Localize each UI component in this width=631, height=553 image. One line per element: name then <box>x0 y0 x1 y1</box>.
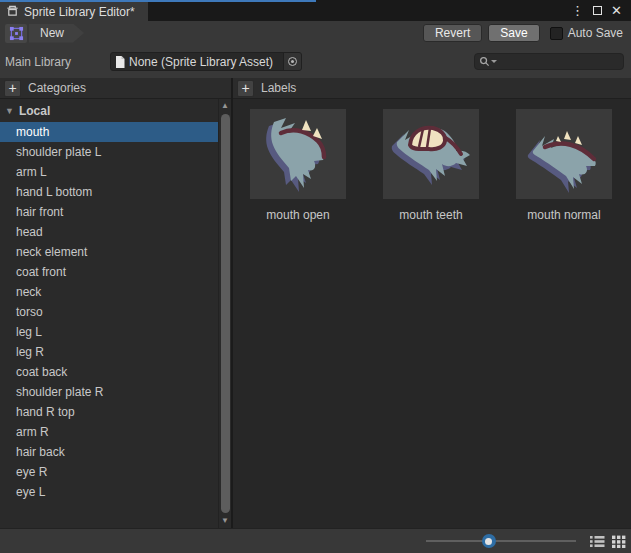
close-icon[interactable]: ✕ <box>611 4 622 17</box>
main-library-row: Main Library None (Sprite Library Asset) <box>0 45 631 78</box>
category-item-coat-back[interactable]: coat back <box>0 362 218 382</box>
categories-body: ▼ Local mouthshoulder plate Larm Lhand L… <box>0 99 231 528</box>
labels-header: + Labels <box>233 78 631 99</box>
categories-scrollbar[interactable]: ▲ ▼ <box>218 99 231 528</box>
sprite-library-editor-window: Sprite Library Editor* ⋮ ✕ New Revert <box>0 0 631 553</box>
label-item-mouth-open[interactable]: mouth open <box>250 109 346 222</box>
category-item-shoulder-plate-L[interactable]: shoulder plate L <box>0 142 218 162</box>
category-item-hand-L-bottom[interactable]: hand L bottom <box>0 182 218 202</box>
save-button-label: Save <box>500 26 527 40</box>
search-icon <box>479 56 490 67</box>
scroll-up-icon[interactable]: ▲ <box>221 101 229 111</box>
toolbar-actions: Revert Save Auto Save <box>417 24 626 42</box>
labels-panel: + Labels mouth openmouth teethmouth norm… <box>233 78 631 528</box>
sprite-thumbnail-normal[interactable] <box>516 109 612 199</box>
category-item-torso[interactable]: torso <box>0 302 218 322</box>
category-item-coat-front[interactable]: coat front <box>0 262 218 282</box>
tab-sprite-library-editor[interactable]: Sprite Library Editor* <box>0 0 148 21</box>
search-field[interactable] <box>474 53 624 70</box>
list-view-icon[interactable] <box>590 535 605 548</box>
label-item-mouth-teeth[interactable]: mouth teeth <box>383 109 479 222</box>
category-item-mouth[interactable]: mouth <box>0 122 218 142</box>
categories-header: + Categories <box>0 78 231 99</box>
window-controls: ⋮ ✕ <box>571 0 631 21</box>
categories-panel: + Categories ▼ Local mouthshoulder plate… <box>0 78 233 528</box>
category-item-head[interactable]: head <box>0 222 218 242</box>
view-mode-buttons <box>590 535 626 548</box>
category-item-eye-R[interactable]: eye R <box>0 462 218 482</box>
revert-button[interactable]: Revert <box>423 24 482 42</box>
labels-title: Labels <box>261 81 296 95</box>
add-category-button[interactable]: + <box>4 80 21 97</box>
categories-title: Categories <box>28 81 86 95</box>
main-content: + Categories ▼ Local mouthshoulder plate… <box>0 78 631 528</box>
scrollbar-thumb[interactable] <box>221 114 230 513</box>
tab-bar: Sprite Library Editor* ⋮ ✕ <box>0 0 631 21</box>
search-input[interactable] <box>497 54 619 70</box>
auto-save-checkbox[interactable] <box>550 27 563 40</box>
category-item-leg-R[interactable]: leg R <box>0 342 218 362</box>
save-button[interactable]: Save <box>488 24 539 42</box>
sprite-thumbnail-open[interactable] <box>250 109 346 199</box>
object-picker-icon <box>288 57 297 66</box>
object-picker-button[interactable] <box>283 53 301 70</box>
local-foldout-label: Local <box>19 104 50 118</box>
sprite-library-asset-icon <box>5 24 27 43</box>
local-foldout[interactable]: ▼ Local <box>0 99 218 122</box>
category-item-arm-L[interactable]: arm L <box>0 162 218 182</box>
category-item-hair-front[interactable]: hair front <box>0 202 218 222</box>
maximize-icon[interactable] <box>593 6 602 15</box>
category-item-neck[interactable]: neck <box>0 282 218 302</box>
labels-grid: mouth openmouth teethmouth normal <box>233 99 631 528</box>
category-item-eye-L[interactable]: eye L <box>0 482 218 502</box>
scroll-down-icon[interactable]: ▼ <box>221 516 229 526</box>
label-name: mouth normal <box>516 208 612 222</box>
category-item-arm-R[interactable]: arm R <box>0 422 218 442</box>
grid-view-icon[interactable] <box>612 535 626 548</box>
thumbnail-size-slider-thumb[interactable] <box>482 534 496 548</box>
revert-button-label: Revert <box>435 26 470 40</box>
toolbar: New Revert Save Auto Save <box>0 21 631 45</box>
categories-list: ▼ Local mouthshoulder plate Larm Lhand L… <box>0 99 218 528</box>
category-item-leg-L[interactable]: leg L <box>0 322 218 342</box>
label-name: mouth open <box>250 208 346 222</box>
category-item-shoulder-plate-R[interactable]: shoulder plate R <box>0 382 218 402</box>
category-item-hair-back[interactable]: hair back <box>0 442 218 462</box>
breadcrumb-label: New <box>40 26 64 40</box>
menu-icon[interactable]: ⋮ <box>571 4 584 17</box>
foldout-triangle-icon: ▼ <box>5 106 14 116</box>
auto-save-label: Auto Save <box>568 26 623 40</box>
label-name: mouth teeth <box>383 208 479 222</box>
thumbnail-size-slider[interactable] <box>426 540 576 542</box>
tab-title: Sprite Library Editor* <box>24 5 135 19</box>
add-label-button[interactable]: + <box>237 80 254 97</box>
main-library-label: Main Library <box>5 55 110 69</box>
asset-file-icon <box>115 56 125 68</box>
bottom-bar <box>0 528 631 553</box>
category-item-hand-R-top[interactable]: hand R top <box>0 402 218 422</box>
breadcrumb-new[interactable]: New <box>29 24 84 43</box>
main-library-object-field[interactable]: None (Sprite Library Asset) <box>110 52 302 71</box>
category-item-neck-element[interactable]: neck element <box>0 242 218 262</box>
label-item-mouth-normal[interactable]: mouth normal <box>516 109 612 222</box>
sprite-library-icon <box>6 4 19 20</box>
sprite-thumbnail-teeth[interactable] <box>383 109 479 199</box>
object-field-value: None (Sprite Library Asset) <box>129 55 283 69</box>
